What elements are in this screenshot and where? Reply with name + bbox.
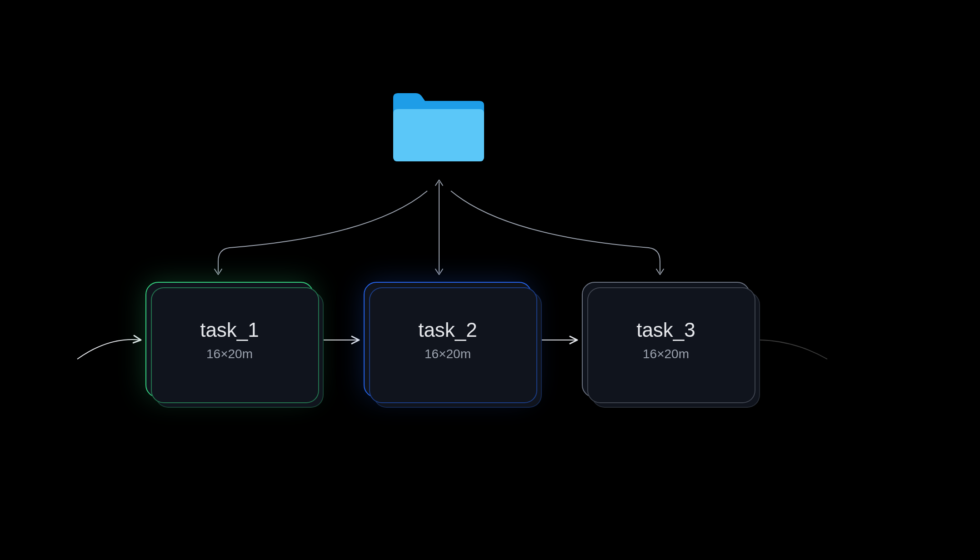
folder-icon xyxy=(391,86,486,164)
task-card-3: task_3 16×20m xyxy=(582,282,750,398)
task-subtitle: 16×20m xyxy=(206,347,253,361)
task-card-1: task_1 16×20m xyxy=(145,282,314,398)
task-title: task_3 xyxy=(636,319,695,341)
connector-arrows xyxy=(0,0,980,560)
task-subtitle: 16×20m xyxy=(643,347,689,361)
task-title: task_2 xyxy=(418,319,477,341)
task-title: task_1 xyxy=(200,319,259,341)
task-subtitle: 16×20m xyxy=(425,347,471,361)
task-card-2: task_2 16×20m xyxy=(364,282,532,398)
diagram-canvas: task_1 16×20m task_2 16×20m task_3 16×20… xyxy=(0,0,980,560)
